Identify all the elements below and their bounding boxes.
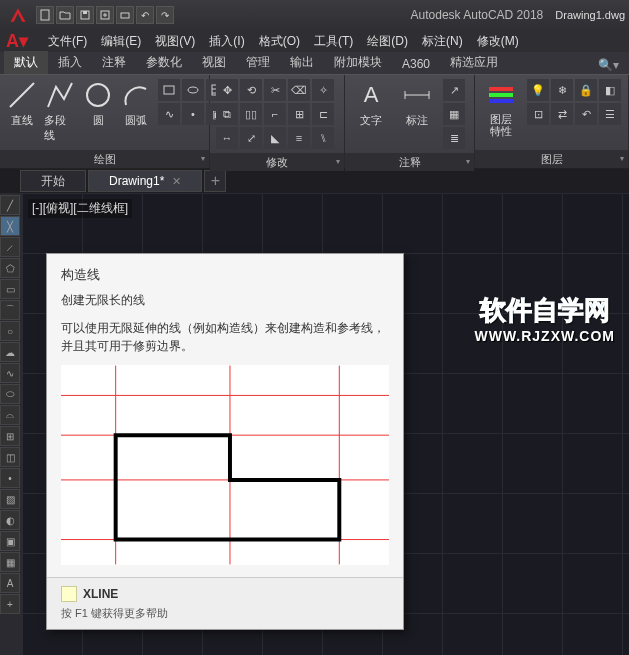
panel-modify-title[interactable]: 修改	[210, 153, 344, 171]
tool-xline-icon[interactable]: ╳	[0, 216, 20, 236]
panel-draw-title[interactable]: 绘图	[0, 150, 209, 168]
ribbon-tab-manage[interactable]: 管理	[236, 51, 280, 74]
ellipse-icon[interactable]	[182, 79, 204, 101]
tool-rectangle-icon[interactable]: ▭	[0, 279, 20, 299]
view-label[interactable]: [-][俯视][二维线框]	[28, 199, 132, 218]
tool-block-icon[interactable]: ◫	[0, 447, 20, 467]
layer-properties-button[interactable]: 图层 特性	[481, 79, 521, 137]
layer-prev-icon[interactable]: ↶	[575, 103, 597, 125]
rotate-icon[interactable]: ⟲	[240, 79, 262, 101]
ribbon: 直线 多段线 圆 圆弧 ∿ • ▣ 绘图	[0, 74, 629, 169]
copy-icon[interactable]: ⧉	[216, 103, 238, 125]
rectangle-icon[interactable]	[158, 79, 180, 101]
offset-icon[interactable]: ⊏	[312, 103, 334, 125]
panel-layer-title[interactable]: 图层	[475, 150, 628, 168]
tab-start[interactable]: 开始	[20, 170, 86, 192]
ribbon-tab-view[interactable]: 视图	[192, 51, 236, 74]
tool-polyline-icon[interactable]: ⟋	[0, 237, 20, 257]
drawing-canvas[interactable]: [-][俯视][二维线框] 构造线 创建无限长的线 可以使用无限延伸的线（例如构…	[22, 193, 629, 655]
fillet-icon[interactable]: ⌐	[264, 103, 286, 125]
ribbon-tab-default[interactable]: 默认	[4, 51, 48, 74]
tool-gradient-icon[interactable]: ◐	[0, 510, 20, 530]
app-menu-button[interactable]: A▾	[6, 30, 40, 52]
tool-circle-icon[interactable]: ○	[0, 321, 20, 341]
tool-insert-icon[interactable]: ⊞	[0, 426, 20, 446]
ribbon-tab-insert[interactable]: 插入	[48, 51, 92, 74]
scale-icon[interactable]: ⤢	[240, 127, 262, 149]
ribbon-tab-output[interactable]: 输出	[280, 51, 324, 74]
tool-line-icon[interactable]: ╱	[0, 195, 20, 215]
qat-undo-icon[interactable]: ↶	[136, 6, 154, 24]
tool-table-icon[interactable]: ▦	[0, 552, 20, 572]
tool-arc-icon[interactable]: ⌒	[0, 300, 20, 320]
tool-spline-icon[interactable]: ∿	[0, 363, 20, 383]
chamfer-icon[interactable]: ◣	[264, 127, 286, 149]
mtext-icon[interactable]: ≣	[443, 127, 465, 149]
leader-icon[interactable]: ↗	[443, 79, 465, 101]
close-icon[interactable]: ✕	[172, 175, 181, 188]
layer-state-icon[interactable]: ☰	[599, 103, 621, 125]
array-icon[interactable]: ⊞	[288, 103, 310, 125]
tool-ellipsearc-icon[interactable]: ⌓	[0, 405, 20, 425]
spline-icon[interactable]: ∿	[158, 103, 180, 125]
align-icon[interactable]: ≡	[288, 127, 310, 149]
tool-addsel-icon[interactable]: +	[0, 594, 20, 614]
menu-insert[interactable]: 插入(I)	[203, 31, 250, 52]
mirror-icon[interactable]: ▯▯	[240, 103, 262, 125]
ribbon-tab-featured[interactable]: 精选应用	[440, 51, 508, 74]
text-button[interactable]: A 文字	[351, 79, 391, 128]
tool-ellipse-icon[interactable]: ⬭	[0, 384, 20, 404]
polyline-icon	[44, 79, 76, 111]
point-icon[interactable]: •	[182, 103, 204, 125]
add-tab-button[interactable]: +	[204, 170, 226, 192]
dimension-label: 标注	[406, 113, 428, 128]
polyline-button[interactable]: 多段线	[44, 79, 76, 143]
tool-mtext-icon[interactable]: A	[0, 573, 20, 593]
line-button[interactable]: 直线	[6, 79, 38, 128]
ribbon-tab-addins[interactable]: 附加模块	[324, 51, 392, 74]
move-icon[interactable]: ✥	[216, 79, 238, 101]
qat-new-icon[interactable]	[36, 6, 54, 24]
layer-lock-icon[interactable]: 🔒	[575, 79, 597, 101]
layer-match-icon[interactable]: ⇄	[551, 103, 573, 125]
menu-view[interactable]: 视图(V)	[149, 31, 201, 52]
menu-file[interactable]: 文件(F)	[42, 31, 93, 52]
tool-revcloud-icon[interactable]: ☁	[0, 342, 20, 362]
layer-iso-icon[interactable]: ⊡	[527, 103, 549, 125]
tooltip-title: 构造线	[61, 266, 389, 284]
layer-color-icon[interactable]: ◧	[599, 79, 621, 101]
ribbon-search-icon[interactable]: 🔍▾	[592, 56, 625, 74]
qat-save-icon[interactable]	[76, 6, 94, 24]
menu-tools[interactable]: 工具(T)	[308, 31, 359, 52]
ribbon-tab-a360[interactable]: A360	[392, 54, 440, 74]
menu-format[interactable]: 格式(O)	[253, 31, 306, 52]
ribbon-tab-annotate[interactable]: 注释	[92, 51, 136, 74]
ribbon-tab-parametric[interactable]: 参数化	[136, 51, 192, 74]
layer-freeze-icon[interactable]: ❄	[551, 79, 573, 101]
table-icon[interactable]: ▦	[443, 103, 465, 125]
trim-icon[interactable]: ✂	[264, 79, 286, 101]
tab-drawing1[interactable]: Drawing1* ✕	[88, 170, 202, 192]
qat-open-icon[interactable]	[56, 6, 74, 24]
circle-button[interactable]: 圆	[82, 79, 114, 128]
menu-dimension[interactable]: 标注(N)	[416, 31, 469, 52]
menu-draw[interactable]: 绘图(D)	[361, 31, 414, 52]
tool-region-icon[interactable]: ▣	[0, 531, 20, 551]
layer-off-icon[interactable]: 💡	[527, 79, 549, 101]
qat-saveas-icon[interactable]	[96, 6, 114, 24]
tool-hatch-icon[interactable]: ▨	[0, 489, 20, 509]
qat-plot-icon[interactable]	[116, 6, 134, 24]
stretch-icon[interactable]: ↔	[216, 127, 238, 149]
tool-polygon-icon[interactable]: ⬠	[0, 258, 20, 278]
arc-button[interactable]: 圆弧	[120, 79, 152, 128]
explode-icon[interactable]: ✧	[312, 79, 334, 101]
dimension-button[interactable]: 标注	[397, 79, 437, 128]
menu-modify[interactable]: 修改(M)	[471, 31, 525, 52]
erase-icon[interactable]: ⌫	[288, 79, 310, 101]
qat-redo-icon[interactable]: ↷	[156, 6, 174, 24]
tool-point-icon[interactable]: •	[0, 468, 20, 488]
break-icon[interactable]: ⑊	[312, 127, 334, 149]
svg-rect-7	[164, 86, 174, 94]
panel-annot-title[interactable]: 注释	[345, 153, 474, 171]
menu-edit[interactable]: 编辑(E)	[95, 31, 147, 52]
